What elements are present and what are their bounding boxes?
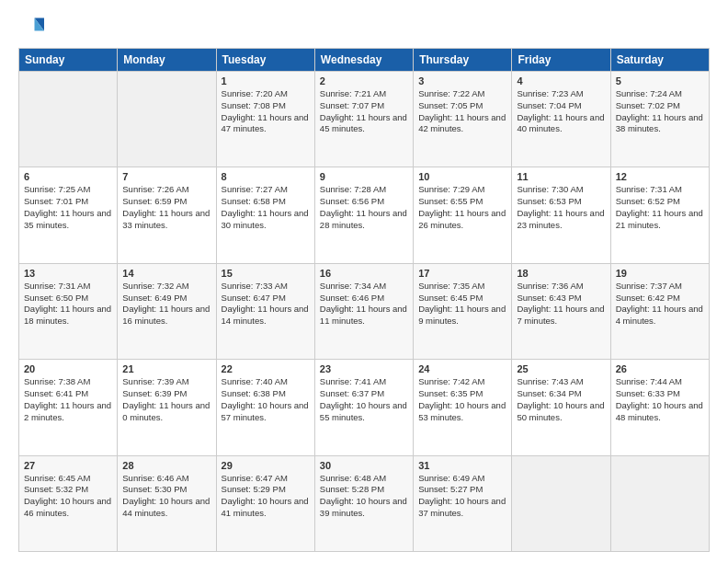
calendar-cell: 23Sunrise: 7:41 AMSunset: 6:37 PMDayligh… — [314, 360, 413, 455]
cell-text: Sunrise: 7:26 AM — [122, 184, 210, 196]
cell-text: Sunset: 6:55 PM — [418, 196, 506, 208]
cell-text: Sunset: 6:38 PM — [222, 388, 310, 400]
cell-text: Sunrise: 7:36 AM — [517, 281, 605, 293]
cell-text: Daylight: 11 hours and 33 minutes. — [122, 208, 210, 232]
day-number: 4 — [517, 75, 605, 86]
calendar-cell: 11Sunrise: 7:30 AMSunset: 6:53 PMDayligh… — [512, 167, 610, 263]
cell-text: Sunset: 6:52 PM — [616, 196, 704, 208]
cell-text: Sunrise: 7:39 AM — [122, 376, 210, 388]
day-number: 18 — [517, 268, 605, 279]
day-number: 23 — [320, 363, 408, 374]
cell-text: Daylight: 10 hours and 50 minutes. — [517, 400, 605, 424]
day-number: 2 — [320, 75, 408, 86]
cell-text: Daylight: 10 hours and 41 minutes. — [222, 496, 310, 520]
week-row-5: 27Sunrise: 6:45 AMSunset: 5:32 PMDayligh… — [19, 455, 710, 551]
cell-text: Sunrise: 7:24 AM — [616, 88, 704, 100]
cell-text: Daylight: 11 hours and 16 minutes. — [122, 304, 210, 327]
cell-text: Sunset: 5:32 PM — [24, 484, 112, 496]
calendar-cell: 17Sunrise: 7:35 AMSunset: 6:45 PMDayligh… — [414, 263, 512, 359]
day-number: 27 — [24, 460, 112, 471]
cell-text: Sunset: 7:05 PM — [418, 100, 506, 112]
day-number: 7 — [122, 171, 210, 182]
cell-text: Sunset: 7:01 PM — [24, 196, 112, 208]
cell-text: Sunrise: 7:41 AM — [320, 376, 408, 388]
day-number: 10 — [418, 171, 506, 182]
cell-text: Sunrise: 7:21 AM — [320, 88, 408, 100]
calendar-cell: 31Sunrise: 6:49 AMSunset: 5:27 PMDayligh… — [414, 455, 512, 551]
cell-text: Sunrise: 7:27 AM — [222, 184, 310, 196]
cell-text: Sunrise: 7:20 AM — [222, 88, 310, 100]
cell-text: Sunset: 6:33 PM — [616, 388, 704, 400]
calendar-cell: 12Sunrise: 7:31 AMSunset: 6:52 PMDayligh… — [610, 167, 709, 263]
cell-text: Sunset: 6:37 PM — [320, 388, 408, 400]
cell-text: Sunset: 6:56 PM — [320, 196, 408, 208]
day-number: 24 — [418, 363, 506, 374]
cell-text: Sunrise: 7:31 AM — [616, 184, 704, 196]
cell-text: Daylight: 10 hours and 44 minutes. — [122, 496, 210, 520]
cell-text: Sunrise: 7:31 AM — [24, 281, 112, 293]
calendar-cell: 26Sunrise: 7:44 AMSunset: 6:33 PMDayligh… — [610, 360, 709, 455]
cell-text: Sunrise: 6:46 AM — [122, 473, 210, 485]
calendar-cell: 30Sunrise: 6:48 AMSunset: 5:28 PMDayligh… — [314, 455, 413, 551]
cell-text: Sunrise: 6:45 AM — [24, 473, 112, 485]
calendar-cell — [118, 72, 216, 167]
calendar-cell: 10Sunrise: 7:29 AMSunset: 6:55 PMDayligh… — [414, 167, 512, 263]
cell-text: Daylight: 11 hours and 38 minutes. — [616, 112, 704, 136]
calendar-cell — [19, 72, 118, 167]
cell-text: Daylight: 10 hours and 53 minutes. — [418, 400, 506, 424]
calendar-cell: 14Sunrise: 7:32 AMSunset: 6:49 PMDayligh… — [118, 263, 216, 359]
calendar-cell: 3Sunrise: 7:22 AMSunset: 7:05 PMDaylight… — [414, 72, 512, 167]
cell-text: Sunset: 6:53 PM — [517, 196, 605, 208]
day-number: 20 — [24, 363, 112, 374]
calendar-cell: 20Sunrise: 7:38 AMSunset: 6:41 PMDayligh… — [19, 360, 118, 455]
cell-text: Sunset: 5:30 PM — [122, 484, 210, 496]
day-number: 11 — [517, 171, 605, 182]
cell-text: Sunrise: 7:42 AM — [418, 376, 506, 388]
cell-text: Daylight: 11 hours and 40 minutes. — [517, 112, 605, 136]
day-number: 16 — [320, 268, 408, 279]
cell-text: Sunrise: 7:34 AM — [320, 281, 408, 293]
day-header-wednesday: Wednesday — [314, 49, 413, 72]
cell-text: Sunset: 5:28 PM — [320, 484, 408, 496]
calendar-cell: 21Sunrise: 7:39 AMSunset: 6:39 PMDayligh… — [118, 360, 216, 455]
cell-text: Daylight: 11 hours and 45 minutes. — [320, 112, 408, 136]
cell-text: Sunrise: 7:35 AM — [418, 281, 506, 293]
calendar-cell: 5Sunrise: 7:24 AMSunset: 7:02 PMDaylight… — [610, 72, 709, 167]
calendar-cell: 2Sunrise: 7:21 AMSunset: 7:07 PMDaylight… — [314, 72, 413, 167]
day-header-friday: Friday — [512, 49, 610, 72]
day-number: 5 — [616, 75, 704, 86]
cell-text: Sunset: 6:49 PM — [122, 293, 210, 304]
cell-text: Daylight: 11 hours and 14 minutes. — [222, 304, 310, 327]
cell-text: Daylight: 11 hours and 30 minutes. — [222, 208, 310, 232]
day-number: 9 — [320, 171, 408, 182]
week-row-2: 6Sunrise: 7:25 AMSunset: 7:01 PMDaylight… — [19, 167, 710, 263]
day-header-thursday: Thursday — [414, 49, 512, 72]
cell-text: Daylight: 11 hours and 47 minutes. — [222, 112, 310, 136]
calendar-cell: 9Sunrise: 7:28 AMSunset: 6:56 PMDaylight… — [314, 167, 413, 263]
cell-text: Sunrise: 7:44 AM — [616, 376, 704, 388]
cell-text: Daylight: 11 hours and 35 minutes. — [24, 208, 112, 232]
calendar-cell: 13Sunrise: 7:31 AMSunset: 6:50 PMDayligh… — [19, 263, 118, 359]
cell-text: Daylight: 11 hours and 28 minutes. — [320, 208, 408, 232]
cell-text: Sunrise: 7:29 AM — [418, 184, 506, 196]
cell-text: Daylight: 10 hours and 48 minutes. — [616, 400, 704, 424]
logo-icon — [18, 15, 44, 40]
calendar-cell: 6Sunrise: 7:25 AMSunset: 7:01 PMDaylight… — [19, 167, 118, 263]
calendar-cell — [610, 455, 709, 551]
cell-text: Sunset: 7:08 PM — [222, 100, 310, 112]
day-number: 14 — [122, 268, 210, 279]
cell-text: Daylight: 11 hours and 11 minutes. — [320, 304, 408, 327]
week-row-1: 1Sunrise: 7:20 AMSunset: 7:08 PMDaylight… — [19, 72, 710, 167]
cell-text: Sunrise: 6:48 AM — [320, 473, 408, 485]
cell-text: Sunrise: 7:22 AM — [418, 88, 506, 100]
day-header-saturday: Saturday — [610, 49, 709, 72]
calendar-cell: 29Sunrise: 6:47 AMSunset: 5:29 PMDayligh… — [216, 455, 314, 551]
cell-text: Sunset: 6:41 PM — [24, 388, 112, 400]
calendar-cell: 28Sunrise: 6:46 AMSunset: 5:30 PMDayligh… — [118, 455, 216, 551]
cell-text: Sunset: 6:39 PM — [122, 388, 210, 400]
cell-text: Daylight: 11 hours and 26 minutes. — [418, 208, 506, 232]
calendar-cell: 27Sunrise: 6:45 AMSunset: 5:32 PMDayligh… — [19, 455, 118, 551]
day-number: 31 — [418, 460, 506, 471]
cell-text: Sunset: 6:43 PM — [517, 293, 605, 304]
cell-text: Daylight: 11 hours and 9 minutes. — [418, 304, 506, 327]
